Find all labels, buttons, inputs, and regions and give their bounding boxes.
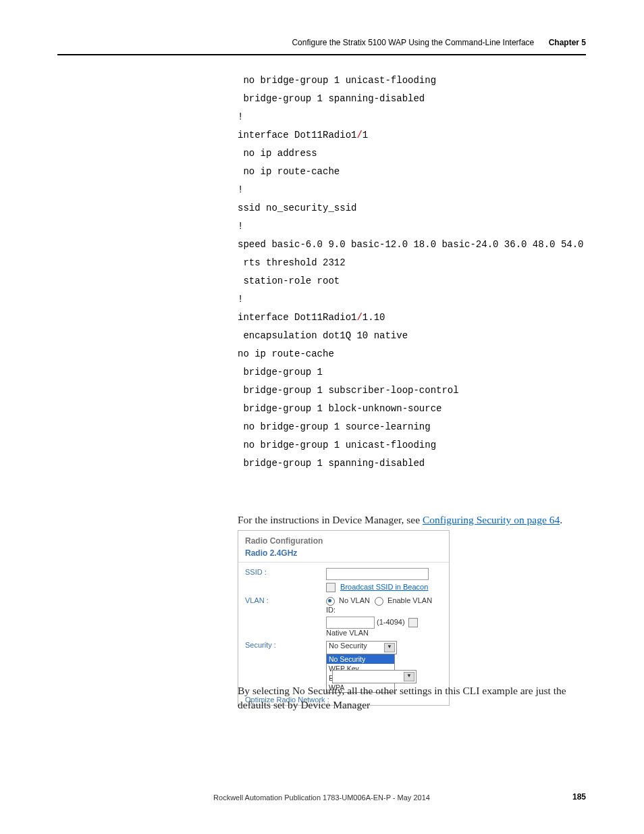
code-line: no bridge-group 1 source-learning [238,421,431,432]
code-line: bridge-group 1 [238,367,323,377]
radio-config-figure: Radio Configuration Radio 2.4GHz SSID : … [238,530,450,706]
vlan-label: VLAN : [245,596,326,604]
vlan-range-text: (1-4094) [377,618,405,626]
broadcast-row: Broadcast SSID in Beacon [245,583,442,592]
code-slash: / [356,312,362,323]
header-title: Configure the Stratix 5100 WAP Using the… [292,38,534,47]
code-line: ! [238,111,243,122]
code-line: bridge-group 1 spanning-disabled [238,93,425,104]
code-line: 1 [363,130,368,140]
code-line: ssid no_security_ssid [238,203,356,213]
ssid-label: SSID : [245,568,326,576]
para-text: . [560,514,562,525]
header-text: Configure the Stratix 5100 WAP Using the… [292,38,586,47]
footer-publication: Rockwell Automation Publication 1783-UM0… [57,793,586,802]
native-vlan-checkbox[interactable] [408,618,418,627]
code-line: ! [238,221,243,232]
vlan-id-input[interactable] [326,617,375,629]
no-vlan-radio[interactable] [326,597,335,606]
page-header: Configure the Stratix 5100 WAP Using the… [57,39,586,55]
code-line: interface Dot11Radio1 [238,130,356,140]
ssid-input[interactable] [326,568,429,580]
paragraph-instructions: For the instructions in Device Manager, … [238,513,562,527]
vlan-row: VLAN : No VLAN Enable VLAN ID: [245,596,442,614]
code-line: ! [238,184,243,195]
code-block: no bridge-group 1 unicast-flooding bridg… [238,72,583,473]
page-number: 185 [572,792,586,802]
security-label: Security : [245,641,326,649]
chevron-down-icon: ▼ [384,643,395,652]
security-select[interactable]: No Security ▼ [326,641,397,654]
vlan-id-row: (1-4094) Native VLAN [245,617,442,637]
figure-title: Radio Configuration [238,531,449,547]
ssid-row: SSID : [245,568,442,580]
no-vlan-text: No VLAN [339,596,370,604]
paragraph-explanation: By selecting No Security, all the other … [238,683,579,712]
code-slash: / [356,130,362,140]
enable-vlan-radio[interactable] [375,597,383,606]
code-line: encapsulation dot1Q 10 native [238,330,408,341]
code-line: bridge-group 1 block-unknown-source [238,403,441,414]
native-vlan-text: Native VLAN [326,629,369,637]
code-line: bridge-group 1 spanning-disabled [238,458,425,469]
code-line: ! [238,294,243,305]
code-line: rts threshold 2312 [238,257,346,268]
code-line: no bridge-group 1 unicast-flooding [238,440,436,450]
code-line: no ip route-cache [238,348,334,359]
code-line: station-role root [238,276,340,286]
code-line: speed basic-6.0 9.0 basic-12.0 18.0 basi… [238,239,583,250]
chevron-down-icon: ▼ [404,672,414,681]
code-line: no ip address [238,148,317,159]
role-select-visible-wrap: ▼ [332,670,417,685]
code-line: no ip route-cache [238,166,340,177]
security-select-value: No Security [329,642,367,650]
code-line: interface Dot11Radio1 [238,312,356,323]
dropdown-opt-no-security[interactable]: No Security [327,654,394,664]
broadcast-checkbox[interactable] [326,583,336,592]
code-line: bridge-group 1 subscriber-loop-control [238,385,459,396]
configuring-security-link[interactable]: Configuring Security on page 64 [423,514,560,525]
code-line: no bridge-group 1 unicast-flooding [238,75,436,86]
role-select-visible[interactable]: ▼ [332,670,417,683]
page: Configure the Stratix 5100 WAP Using the… [0,0,644,834]
header-chapter: Chapter 5 [549,38,586,47]
broadcast-link[interactable]: Broadcast SSID in Beacon [340,583,428,591]
code-line: 1.10 [363,312,385,323]
figure-subtitle: Radio 2.4GHz [238,547,449,562]
para-text: For the instructions in Device Manager, … [238,514,423,525]
